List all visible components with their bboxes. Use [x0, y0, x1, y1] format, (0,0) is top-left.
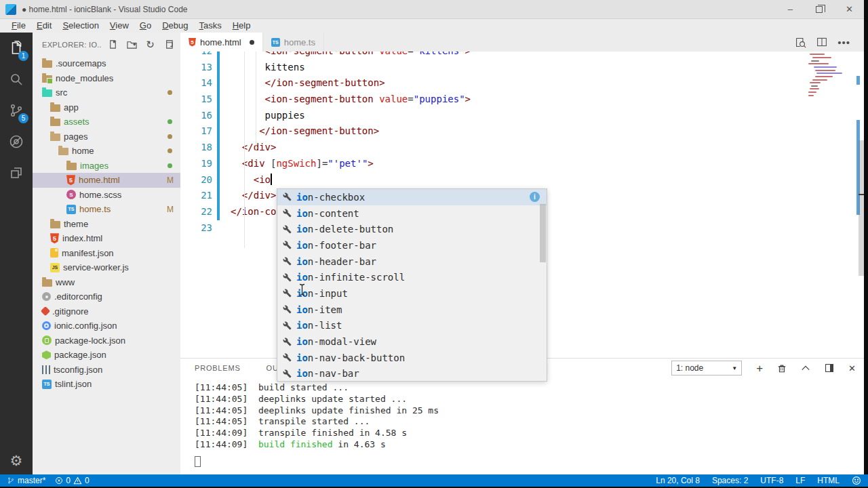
menu-edit[interactable]: Edit — [31, 19, 57, 33]
problems-item[interactable]: 0 0 — [55, 476, 89, 485]
suggestion-ion-infinite-scroll[interactable]: ion-infinite-scroll — [277, 269, 547, 285]
ts-icon: TS — [66, 205, 76, 214]
tree-item-home-html[interactable]: 5home.htmlM — [33, 173, 180, 188]
close-window-button[interactable]: ✕ — [846, 5, 853, 14]
git-branch-item[interactable]: master* — [7, 476, 45, 485]
code-line-20[interactable]: 20 <io — [180, 172, 868, 188]
maximize-panel-icon[interactable] — [801, 365, 810, 371]
intellisense-dropdown[interactable]: ion-checkboxiion-contention-delete-butto… — [277, 188, 547, 382]
tab-problems[interactable]: PROBLEMS — [195, 364, 241, 372]
settings-gear-icon[interactable]: ⚙ — [10, 453, 23, 468]
tree-item-images[interactable]: images — [33, 159, 180, 174]
code-line-15[interactable]: 15 <ion-segment-button value="puppies"> — [180, 92, 868, 108]
tab-home-ts[interactable]: TS home.ts — [263, 33, 324, 52]
code-line-13[interactable]: 13 kittens — [180, 60, 868, 76]
menu-go[interactable]: Go — [134, 19, 157, 33]
tree-item-app[interactable]: app — [33, 100, 180, 115]
minimap-code-mark — [810, 88, 819, 89]
feedback-smiley-icon[interactable] — [852, 476, 861, 485]
suggestion-ion-footer-bar[interactable]: ion-footer-bar — [277, 237, 547, 253]
suggestion-ion-item[interactable]: ion-item — [277, 302, 547, 318]
tree-item-package-lock-json[interactable]: package-lock.json — [33, 333, 180, 348]
window-title: ● home.html - ionicBlank - Visual Studio… — [22, 5, 187, 14]
tree-item--sourcemaps[interactable]: .sourcemaps — [33, 56, 180, 71]
split-editor-icon[interactable] — [816, 37, 827, 47]
line-number: 20 — [180, 172, 216, 188]
suggestion-ion-delete-button[interactable]: ion-delete-button — [277, 221, 547, 237]
suggestion-ion-input[interactable]: ion-input — [277, 285, 547, 302]
tree-item-package-json[interactable]: package.json — [33, 348, 180, 363]
explorer-title: EXPLORER: IO.. — [42, 41, 102, 49]
new-file-icon[interactable] — [108, 39, 118, 49]
eol-sequence[interactable]: LF — [795, 476, 805, 485]
suggestion-ion-list[interactable]: ion-list — [277, 318, 547, 334]
read-more-info-icon[interactable]: i — [530, 192, 540, 202]
tree-item--editorconfig[interactable]: .editorconfig — [33, 289, 180, 304]
scm-badge: 5 — [18, 113, 28, 123]
tree-item-service-worker-js[interactable]: JSservice-worker.js — [33, 260, 180, 275]
suggestion-ion-header-bar[interactable]: ion-header-bar — [277, 253, 547, 270]
tree-item-index-html[interactable]: 5index.html — [33, 231, 180, 246]
tree-item-assets[interactable]: assets — [33, 115, 180, 129]
terminal-line: [11:44:09] transpile finished in 4.58 s — [195, 428, 868, 439]
source-control-view-icon[interactable]: 5 — [0, 95, 33, 126]
terminal-selector[interactable]: 1: node ▼ — [671, 361, 742, 375]
minimap-code-mark — [808, 95, 814, 96]
close-panel-icon[interactable]: ✕ — [848, 363, 856, 373]
tree-item-tslint-json[interactable]: TStslint.json — [33, 377, 180, 392]
suggestion-ion-checkbox[interactable]: ion-checkboxi — [277, 189, 547, 205]
tree-item-pages[interactable]: pages — [33, 129, 180, 144]
tree-item--gitignore[interactable]: .gitignore — [33, 304, 180, 319]
menu-selection[interactable]: Selection — [57, 19, 104, 33]
suggest-scrollbar-thumb[interactable] — [540, 204, 546, 262]
tree-item-manifest-json[interactable]: manifest.json — [33, 246, 180, 261]
split-panel-icon[interactable] — [825, 363, 834, 373]
dirty-dot-icon[interactable] — [250, 40, 254, 45]
kill-terminal-icon[interactable] — [777, 363, 787, 373]
menu-debug[interactable]: Debug — [157, 19, 193, 33]
new-folder-icon[interactable] — [127, 39, 137, 49]
suggestion-ion-nav-back-button[interactable]: ion-nav-back-button — [277, 350, 547, 366]
suggestion-ion-nav-bar[interactable]: ion-nav-bar — [277, 366, 547, 382]
menu-tasks[interactable]: Tasks — [193, 19, 226, 33]
more-actions-icon[interactable]: ••• — [837, 37, 850, 48]
explorer-view-icon[interactable]: 1 — [0, 33, 33, 64]
menu-file[interactable]: File — [6, 19, 31, 33]
menu-view[interactable]: View — [104, 19, 134, 33]
language-mode[interactable]: HTML — [817, 476, 840, 485]
suggestion-ion-modal-view[interactable]: ion-modal-view — [277, 333, 547, 350]
minimap[interactable] — [807, 52, 856, 358]
tree-item-tsconfig-json[interactable]: tsconfig.json — [33, 363, 180, 378]
tree-item-home-scss[interactable]: Shome.scss — [33, 188, 180, 203]
code-line-19[interactable]: 19 <div [ngSwich]="'pet'"> — [180, 156, 868, 172]
minimize-button[interactable]: – — [788, 5, 793, 14]
terminal-output[interactable]: [11:44:05] build started ...[11:44:05] d… — [180, 378, 868, 451]
extensions-view-icon[interactable] — [0, 157, 33, 188]
menu-help[interactable]: Help — [227, 19, 256, 33]
tree-item-www[interactable]: www — [33, 275, 180, 290]
tree-item-theme[interactable]: theme — [33, 217, 180, 232]
code-line-18[interactable]: 18 </div> — [180, 140, 868, 156]
encoding[interactable]: UTF-8 — [760, 476, 783, 485]
code-line-17[interactable]: 17 </ion-segment-button> — [180, 123, 868, 140]
search-view-icon[interactable] — [0, 64, 33, 95]
collapse-folders-icon[interactable] — [163, 39, 174, 49]
modified-gutter-mark — [217, 220, 220, 237]
code-line-14[interactable]: 14 </ion-segment-button> — [180, 75, 868, 92]
tree-item-ionic-config-json[interactable]: ionic.config.json — [33, 319, 180, 333]
tree-item-home[interactable]: home — [33, 144, 180, 159]
code-line-12[interactable]: 12 <ion-segment-button value="kittens"> — [180, 52, 868, 60]
refresh-explorer-icon[interactable]: ↻ — [146, 39, 155, 49]
cursor-position[interactable]: Ln 20, Col 8 — [656, 476, 700, 485]
indentation[interactable]: Spaces: 2 — [712, 476, 748, 485]
tab-home-html[interactable]: 5 home.html — [180, 33, 263, 52]
debug-view-icon[interactable] — [0, 126, 33, 157]
tree-item-src[interactable]: src — [33, 85, 180, 100]
suggestion-ion-content[interactable]: ion-content — [277, 205, 547, 222]
new-terminal-icon[interactable]: + — [756, 363, 763, 374]
restore-button[interactable] — [816, 6, 823, 13]
tree-item-node-modules[interactable]: node_modules — [33, 71, 180, 86]
code-line-16[interactable]: 16 puppies — [180, 108, 868, 124]
tree-item-home-ts[interactable]: TShome.tsM — [33, 202, 180, 217]
open-preview-icon[interactable] — [795, 37, 806, 48]
